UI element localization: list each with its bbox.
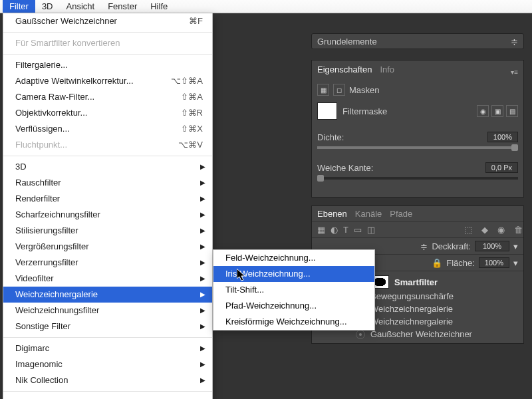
filter-type-icon[interactable]: T xyxy=(343,225,348,235)
apply-icon[interactable]: ◆ xyxy=(481,225,488,235)
filter-pixel-icon[interactable]: ▦ xyxy=(317,225,325,235)
submenu-arrow-icon: ▶ xyxy=(200,209,205,221)
density-slider[interactable] xyxy=(317,146,518,149)
tab-kanaele[interactable]: Kanäle xyxy=(355,209,382,219)
panel-menu-icon[interactable]: ▾≡ xyxy=(511,68,518,76)
chevron-icon: ≑ xyxy=(511,37,518,47)
filter-entry[interactable]: Weichzeichnergalerie xyxy=(352,315,523,328)
tab-pfade[interactable]: Pfade xyxy=(390,209,412,219)
filter-icon: ▦ xyxy=(317,84,329,96)
submenu-rauschfilter[interactable]: Rauschfilter▶ xyxy=(3,175,212,191)
menu-fenster[interactable]: Fenster xyxy=(101,0,144,13)
submenu-weichzeichnergalerie[interactable]: Weichzeichnergalerie▶ xyxy=(3,287,212,303)
submenu-arrow-icon: ▶ xyxy=(200,225,205,237)
filter-adjust-icon[interactable]: ◐ xyxy=(331,225,338,235)
filter-name: Weichzeichnergalerie xyxy=(370,304,453,314)
load-icon[interactable]: ⬚ xyxy=(464,225,472,235)
submenu-arrow-icon: ▶ xyxy=(200,257,205,269)
eye-icon[interactable]: ◉ xyxy=(477,105,489,117)
menu-last-filter[interactable]: Gaußscher Weichzeichner ⌘F xyxy=(3,13,212,29)
submenu-stil[interactable]: Stilisierungsfilter▶ xyxy=(3,223,212,239)
toggle-icon[interactable]: ◉ xyxy=(497,225,505,235)
menu-label: Filtergalerie... xyxy=(15,59,68,71)
shortcut: ⇧⌘A xyxy=(181,91,203,103)
filter-name: Gaußscher Weichzeichner xyxy=(370,329,472,339)
menu-label: Videofilter xyxy=(15,273,54,285)
submenu-arrow-icon: ▶ xyxy=(200,342,205,354)
properties-tabs: Eigenschaften Info xyxy=(317,65,394,74)
menu-adaptive[interactable]: Adaptive Weitwinkelkorrektur...⌥⇧⌘A xyxy=(3,73,212,89)
mask-icon: ◻ xyxy=(333,84,345,96)
menu-camera-raw[interactable]: Camera Raw-Filter...⇧⌘A xyxy=(3,89,212,105)
menu-label: Camera Raw-Filter... xyxy=(15,91,94,103)
filter-dropdown: Gaußscher Weichzeichner ⌘F Für Smartfilt… xyxy=(3,13,213,399)
tab-eigenschaften[interactable]: Eigenschaften xyxy=(317,65,372,74)
menu-filter-online[interactable]: Filter online durchsuchen... xyxy=(3,394,212,399)
submenu-arrow-icon: ▶ xyxy=(200,358,205,370)
menu-label: Rauschfilter xyxy=(15,177,61,189)
filter-entry[interactable]: Weichzeichnergalerie xyxy=(352,303,523,315)
submenu-digimarc[interactable]: Digimarc▶ xyxy=(3,340,212,356)
apply-mask-icon[interactable]: ▤ xyxy=(506,105,518,117)
add-mask-icon[interactable]: ▣ xyxy=(491,105,503,117)
submenu-vergroesser[interactable]: Vergrößerungsfilter▶ xyxy=(3,239,212,255)
feather-slider[interactable] xyxy=(317,177,518,180)
fill-value[interactable]: 100% xyxy=(479,257,509,268)
menu-objektiv[interactable]: Objektivkorrektur...⇧⌘R xyxy=(3,105,212,121)
submenu-kreis[interactable]: Kreisförmige Weichzeichnung... xyxy=(213,314,374,330)
filter-entry[interactable]: Gaußscher Weichzeichner xyxy=(352,328,523,340)
submenu-nik[interactable]: Nik Collection▶ xyxy=(3,372,212,388)
filter-smart-icon[interactable]: ◫ xyxy=(367,225,375,235)
separator xyxy=(3,32,212,33)
submenu-3d[interactable]: 3D▶ xyxy=(3,159,212,175)
trash-icon[interactable]: 🗑 xyxy=(514,225,523,235)
masken-label: Masken xyxy=(349,85,380,95)
submenu-sonstige[interactable]: Sonstige Filter▶ xyxy=(3,319,212,334)
opacity-label: Deckkraft: xyxy=(432,241,471,251)
slider-thumb[interactable] xyxy=(511,144,518,151)
menu-verfluessigen[interactable]: Verflüssigen...⇧⌘X xyxy=(3,121,212,137)
menu-filter[interactable]: Filter xyxy=(3,0,35,13)
submenu-renderfilter[interactable]: Renderfilter▶ xyxy=(3,191,212,207)
lock-icon[interactable]: 🔒 xyxy=(432,258,442,268)
menu-3d[interactable]: 3D xyxy=(35,0,60,13)
filter-entry[interactable]: Bewegungsunschärfe xyxy=(352,290,523,303)
slider-thumb[interactable] xyxy=(317,175,324,182)
menu-filtergalerie[interactable]: Filtergalerie... xyxy=(3,57,212,73)
menu-label: Renderfilter xyxy=(15,193,60,205)
submenu-feld[interactable]: Feld-Weichzeichnung... xyxy=(213,250,374,266)
preset-dropdown[interactable]: Grundelemente ≑ xyxy=(311,33,524,49)
submenu-verzerr[interactable]: Verzerrungsfilter▶ xyxy=(3,255,212,271)
submenu-tilt[interactable]: Tilt-Shift... xyxy=(213,282,374,298)
submenu-video[interactable]: Videofilter▶ xyxy=(3,271,212,287)
menu-convert-smart: Für Smartfilter konvertieren xyxy=(3,35,212,51)
visibility-icon[interactable] xyxy=(356,330,365,339)
layers-tabs: Ebenen Kanäle Pfade xyxy=(312,206,523,222)
smartfilter-header[interactable]: Smartfilter xyxy=(352,274,523,290)
chevron-icon: ≑ xyxy=(420,241,428,251)
density-value[interactable]: 100% xyxy=(487,132,518,142)
submenu-scharf[interactable]: Scharfzeichnungsfilter▶ xyxy=(3,207,212,223)
filtermask-row: Filtermaske ◉ ▣ ▤ xyxy=(317,102,518,120)
chevron-down-icon[interactable]: ▾ xyxy=(513,258,518,268)
blur-gallery-submenu: Feld-Weichzeichnung... Iris-Weichzeichnu… xyxy=(213,249,375,331)
menu-label: Filter online durchsuchen... xyxy=(15,396,119,399)
submenu-iris[interactable]: Iris-Weichzeichnung... xyxy=(213,266,374,282)
masken-row: ▦ ◻ Masken xyxy=(317,84,518,96)
submenu-weichzeichnung[interactable]: Weichzeichnungsfilter▶ xyxy=(3,303,212,319)
tab-info[interactable]: Info xyxy=(380,65,394,74)
submenu-pfad[interactable]: Pfad-Weichzeichnung... xyxy=(213,298,374,314)
feather-value[interactable]: 0,0 Px xyxy=(485,162,518,173)
submenu-imagenomic[interactable]: Imagenomic▶ xyxy=(3,356,212,372)
tab-ebenen[interactable]: Ebenen xyxy=(317,209,347,219)
menu-hilfe[interactable]: Hilfe xyxy=(144,0,174,13)
chevron-down-icon[interactable]: ▾ xyxy=(513,241,518,251)
mask-thumbnail[interactable] xyxy=(317,102,337,120)
submenu-arrow-icon: ▶ xyxy=(200,305,205,317)
filter-shape-icon[interactable]: ▭ xyxy=(354,225,362,235)
menu-ansicht[interactable]: Ansicht xyxy=(60,0,102,13)
menu-label: Nik Collection xyxy=(15,374,68,386)
filter-name: Bewegungsunschärfe xyxy=(370,291,454,301)
menu-label: 3D xyxy=(15,161,27,173)
opacity-value[interactable]: 100% xyxy=(475,241,509,251)
